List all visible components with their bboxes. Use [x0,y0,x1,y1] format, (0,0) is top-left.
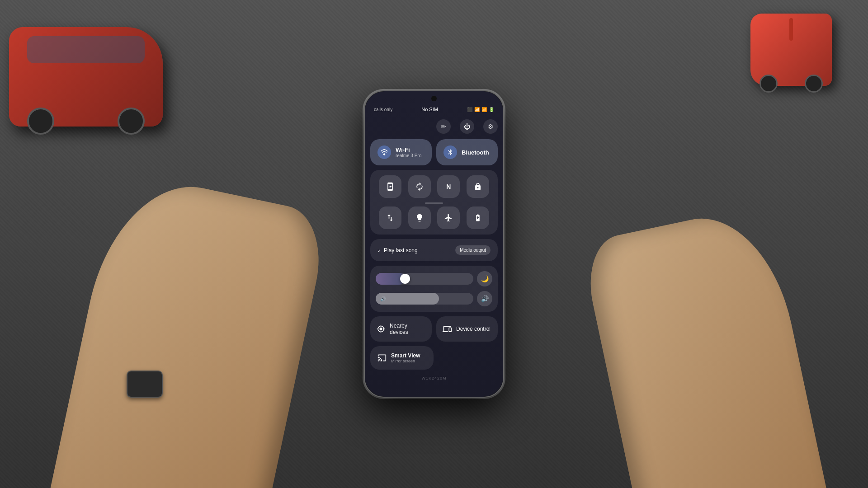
nfc-tile[interactable]: N [437,175,460,198]
brightness-thumb[interactable] [400,274,410,284]
edit-button[interactable]: ✏ [436,119,451,134]
quick-settings-panel: ✏ ⏻ ⚙ Wi-Fi realme 3 Pro [365,116,503,397]
screenshot-icon [386,182,395,191]
battery-icon: 🔋 [489,107,494,112]
rotate-icon [415,182,424,191]
do-not-disturb-button[interactable]: 🌙 [477,271,492,286]
brightness-track[interactable] [376,273,473,285]
volume-button[interactable]: 🔊 [477,291,492,306]
status-bar: calls only No SIM ⬛ 📶 📶 🔋 [365,101,503,116]
volume-indicator-icon: 🔊 [380,296,386,301]
model-number: W1K2420M [370,374,498,384]
settings-button[interactable]: ⚙ [483,119,498,134]
device-control-label: Device control [456,326,491,332]
wifi-title: Wi-Fi [396,146,421,153]
small-tiles-row-2 [376,206,492,229]
wifi-tile-text: Wi-Fi realme 3 Pro [396,146,421,158]
wifi-svg [380,148,388,156]
smart-view-title: Smart View [391,352,420,359]
smart-view-subtitle: Mirror screen [391,359,420,363]
volume-track[interactable]: 🔊 [376,293,473,305]
media-label: Play last song [384,247,418,253]
toy-car-left [9,27,163,127]
screenshot-tile[interactable] [379,175,401,198]
wifi-status-icon: 📶 [474,107,480,112]
media-tile[interactable]: ♪ Play last song Media output [370,239,498,261]
transfer-icon [386,213,395,222]
music-note-icon: ♪ [377,247,380,253]
bluetooth-tile-text: Bluetooth [462,149,489,156]
screen-record-icon: ⬛ [467,107,472,112]
rotate-tile[interactable] [408,175,431,198]
nearby-devices-tile[interactable]: Nearby devices [370,316,432,342]
data-transfer-tile[interactable] [379,206,401,229]
wifi-subtitle: realme 3 Pro [396,153,421,158]
connectivity-tiles: Wi-Fi realme 3 Pro Bluetooth [370,139,498,165]
small-tiles-row-1: N [376,175,492,198]
wifi-tile[interactable]: Wi-Fi realme 3 Pro [370,139,432,165]
device-control-icon [443,324,452,333]
flashlight-icon [415,213,424,222]
wristwatch [127,371,163,398]
wifi-icon [377,145,391,159]
bluetooth-icon [443,145,457,159]
status-calls-only: calls only [374,107,392,112]
volume-fill: 🔊 [376,293,439,305]
brightness-slider-row: 🌙 [376,271,492,286]
nearby-devices-icon [377,324,385,333]
sliders-container: 🌙 🔊 🔊 [370,266,498,312]
status-icons: ⬛ 📶 📶 🔋 [467,107,494,112]
media-info: ♪ Play last song [377,247,418,253]
smart-view-icon [377,353,387,362]
lock-icon [474,183,482,191]
flashlight-tile[interactable] [408,206,431,229]
top-action-icons: ✏ ⏻ ⚙ [370,117,498,139]
bottom-tiles-row: Nearby devices Device control [370,316,498,342]
small-tiles-grid: N [370,170,498,235]
screen-lock-tile[interactable] [467,175,489,198]
grid-divider [425,202,443,204]
signal-icon: 📶 [481,107,487,112]
bluetooth-tile[interactable]: Bluetooth [436,139,498,165]
bluetooth-svg [447,149,454,156]
nfc-icon: N [446,183,451,190]
phone-body: calls only No SIM ⬛ 📶 📶 🔋 ✏ ⏻ ⚙ [364,90,504,398]
smart-view-tile[interactable]: Smart View Mirror screen [370,346,434,370]
phone-screen: calls only No SIM ⬛ 📶 📶 🔋 ✏ ⏻ ⚙ [365,91,503,397]
airplane-mode-tile[interactable] [437,206,460,229]
toy-scooter-right [750,14,832,86]
device-control-tile[interactable]: Device control [436,316,498,342]
battery-saver-tile[interactable] [467,206,489,229]
airplane-icon [444,213,453,222]
nearby-devices-label: Nearby devices [390,323,425,335]
status-no-sim: No SIM [421,107,438,112]
volume-slider-row: 🔊 🔊 [376,291,492,306]
bluetooth-title: Bluetooth [462,149,489,156]
media-output-button[interactable]: Media output [455,245,491,255]
smart-view-text: Smart View Mirror screen [391,352,420,363]
battery-icon [474,214,482,222]
camera-notch [431,96,437,101]
power-button[interactable]: ⏻ [460,119,474,134]
